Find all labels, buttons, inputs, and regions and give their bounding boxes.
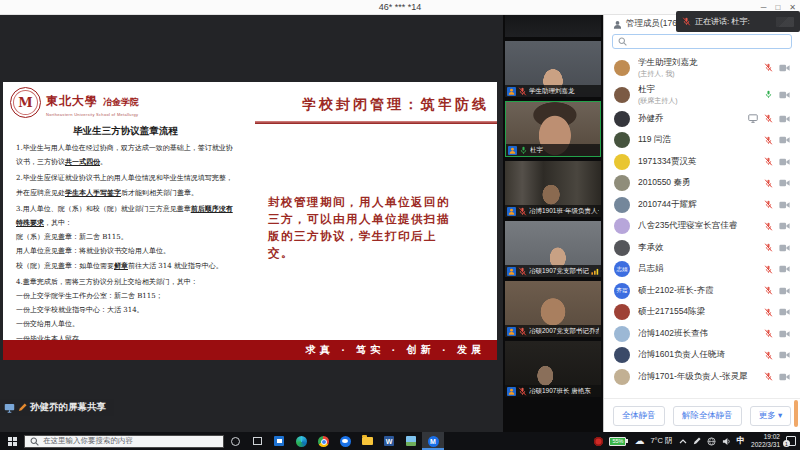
mic-muted-icon[interactable] [764, 114, 773, 123]
mic-muted-icon[interactable] [764, 329, 773, 338]
member-row[interactable]: 冶博1601负责人任晓琦 [604, 345, 800, 367]
logo-university-name: 東北大學 [46, 93, 98, 110]
member-row[interactable]: 119 闫浩 [604, 130, 800, 152]
tencent-taskbar-icon[interactable] [334, 432, 356, 450]
mic-on-icon[interactable] [764, 90, 773, 99]
camera-icon[interactable] [779, 64, 790, 72]
member-row[interactable]: 学生助理刘嘉龙(主持人, 我) [604, 54, 800, 81]
mic-muted-icon[interactable] [764, 63, 773, 72]
camera-icon[interactable] [779, 308, 790, 316]
mic-muted-icon[interactable] [764, 308, 773, 317]
word-taskbar-icon[interactable]: W [378, 432, 400, 450]
more-button[interactable]: 更多 ▾ [750, 406, 792, 426]
mic-muted-icon[interactable] [764, 265, 773, 274]
camera-icon[interactable] [779, 287, 790, 295]
camera-icon[interactable] [779, 351, 790, 359]
tray-app-icon[interactable] [594, 437, 603, 446]
camera-icon[interactable] [779, 91, 790, 99]
members-panel-footer: 全体静音 解除全体静音 更多 ▾ [604, 398, 800, 432]
camera-icon[interactable] [779, 136, 790, 144]
pen-icon[interactable] [18, 403, 27, 412]
member-row[interactable]: 齐霞硕士2102-班长-齐霞 [604, 280, 800, 302]
video-tile[interactable] [505, 15, 601, 37]
speaking-toast-text: 正在讲话: 杜宇: [695, 16, 750, 27]
video-tile[interactable]: 冶博1901班·年级负责人·薛鹏宇 [505, 161, 601, 217]
taskbar-search-placeholder: 在这里输入你要搜索的内容 [43, 436, 133, 446]
mic-muted-icon[interactable] [764, 200, 773, 209]
member-row[interactable]: 杜宇(联席主持人) [604, 81, 800, 108]
avatar [614, 218, 630, 234]
logo-seal-icon: M [10, 87, 41, 118]
network-icon[interactable] [707, 437, 716, 446]
camera-icon[interactable] [779, 179, 790, 187]
member-name: 冶博1701-年级负责人-张灵犀 [638, 371, 764, 383]
avatar [614, 369, 630, 385]
member-name: 硕士2171554陈梁 [638, 306, 764, 318]
member-role: (联席主持人) [638, 96, 764, 106]
screen-sharing-icon [748, 114, 758, 123]
camera-icon[interactable] [779, 265, 790, 273]
unmute-all-button[interactable]: 解除全体静音 [673, 406, 742, 426]
chrome-taskbar-icon[interactable] [312, 432, 334, 450]
taskbar-search-input[interactable]: 在这里输入你要搜索的内容 [24, 435, 224, 448]
member-row[interactable]: 2010550 秦勇 [604, 173, 800, 195]
camera-icon[interactable] [779, 373, 790, 381]
video-tile[interactable]: 学生助理刘嘉龙 [505, 41, 601, 97]
camera-icon[interactable] [779, 158, 790, 166]
mic-muted-icon[interactable] [764, 136, 773, 145]
camera-icon[interactable] [779, 244, 790, 252]
video-tile[interactable]: 冶硕1907党支部书记王子佳 [505, 221, 601, 277]
mic-muted-icon[interactable] [764, 179, 773, 188]
chevron-up-icon[interactable] [679, 439, 687, 444]
camera-icon[interactable] [779, 222, 790, 230]
notifications-icon[interactable]: 1 [786, 436, 796, 446]
member-search-input[interactable] [612, 34, 792, 49]
member-row[interactable]: 冶博1402班长查伟 [604, 323, 800, 345]
slide-corner-title: 学校封闭管理：筑牢防线 [302, 96, 489, 114]
mic-muted-icon[interactable] [764, 157, 773, 166]
start-button[interactable] [0, 432, 24, 450]
mic-muted-icon [518, 87, 527, 96]
member-row[interactable]: 八舍235代理寝室长宫佳睿 [604, 216, 800, 238]
video-name-label: 杜宇 [506, 144, 600, 156]
meeting-taskbar-icon[interactable]: M [422, 432, 444, 450]
mic-muted-icon[interactable] [764, 286, 773, 295]
member-row[interactable]: 2010744于耀辉 [604, 194, 800, 216]
pen-icon[interactable] [693, 437, 701, 445]
video-tile[interactable]: 冶硕1907班长 唐艳东 [505, 341, 601, 397]
video-tile[interactable]: 冶硕2007党支部书记乔亦凡 [505, 281, 601, 337]
cortana-taskbar-icon[interactable] [224, 432, 246, 450]
camera-icon[interactable] [779, 115, 790, 123]
camera-icon[interactable] [779, 201, 790, 209]
video-name-label: 冶硕2007党支部书记乔亦凡 [505, 325, 601, 337]
mic-muted-icon[interactable] [764, 372, 773, 381]
mic-muted-icon[interactable] [764, 351, 773, 360]
store-taskbar-icon[interactable] [268, 432, 290, 450]
task-view-taskbar-icon[interactable] [246, 432, 268, 450]
ime-indicator[interactable]: 中 [737, 435, 746, 447]
photos-taskbar-icon[interactable] [400, 432, 422, 450]
member-row[interactable]: 1971334贾汉英 [604, 151, 800, 173]
participant-icon [507, 267, 516, 276]
members-panel: 管理成员(176) 学生助理刘嘉龙(主持人, 我)杜宇(联席主持人)孙健乔119… [603, 15, 800, 432]
mic-muted-icon [518, 327, 527, 336]
panel-scrollbar[interactable] [794, 400, 798, 427]
mic-muted-icon[interactable] [764, 243, 773, 252]
mic-muted-icon[interactable] [764, 222, 773, 231]
folder-taskbar-icon[interactable] [356, 432, 378, 450]
member-row[interactable]: 孙健乔 [604, 108, 800, 130]
camera-icon[interactable] [779, 330, 790, 338]
weather-text[interactable]: 7°C 阴 [650, 436, 672, 446]
battery-icon[interactable]: 55% [609, 437, 628, 446]
video-tile[interactable]: 杜宇 [505, 101, 601, 157]
edge-taskbar-icon[interactable] [290, 432, 312, 450]
screen-share-toast-text: 孙健乔的屏幕共享 [30, 401, 106, 414]
mute-all-button[interactable]: 全体静音 [613, 406, 665, 426]
member-row[interactable]: 志娟吕志娟 [604, 259, 800, 281]
member-row[interactable]: 冶博1701-年级负责人-张灵犀 [604, 366, 800, 388]
toast-watermark [776, 17, 794, 27]
volume-icon[interactable] [722, 437, 731, 446]
clock[interactable]: 19:02 2022/3/31 [751, 433, 780, 449]
member-row[interactable]: 李承效 [604, 237, 800, 259]
member-row[interactable]: 硕士2171554陈梁 [604, 302, 800, 324]
